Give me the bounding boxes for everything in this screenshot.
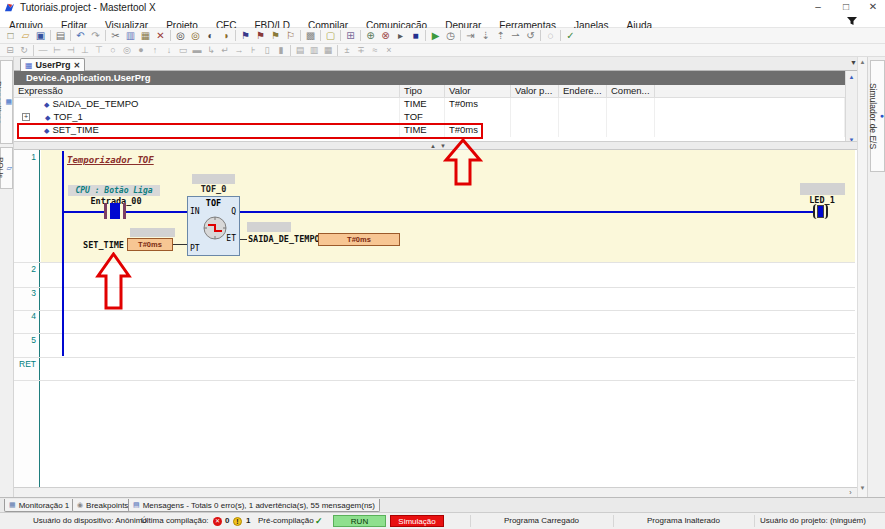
ld-view1-button[interactable]: ▤ <box>293 44 307 56</box>
column-valor[interactable]: Valor <box>445 85 511 97</box>
rung-number[interactable]: 5 <box>14 335 36 345</box>
declaration-scrollbar[interactable]: ▲ ▼ <box>845 71 857 147</box>
tab-monitoracao[interactable]: ▦ Monitoração 1 <box>4 499 74 512</box>
scroll-up-icon[interactable]: ▲ <box>858 59 867 65</box>
replace-button[interactable]: ◐ <box>203 29 218 43</box>
tof-function-block[interactable]: TOF IN Q ET PT <box>187 196 240 256</box>
sidebar-tab-simulador[interactable]: ● Simulador de E/S <box>870 60 885 172</box>
return-label[interactable]: RET <box>14 359 36 369</box>
close-button[interactable]: ✕ <box>861 0 885 15</box>
bookmark-button[interactable]: ⚑ <box>238 29 253 43</box>
scroll-up-icon[interactable]: ▲ <box>846 72 857 82</box>
ld-negated-contact-button[interactable]: ⊣ <box>64 44 78 56</box>
toggle-breakpoint-button[interactable]: ◌ <box>543 29 558 43</box>
et-output-variable[interactable]: SAIDA_DE_TEMPO <box>248 234 320 244</box>
step-out-button[interactable]: ⇡ <box>493 29 508 43</box>
copy-network-button[interactable]: ▩ <box>303 29 318 43</box>
horizontal-scrollbar[interactable]: › <box>14 487 857 497</box>
ld-opt2-button[interactable]: ∓ <box>354 44 368 56</box>
ld-parallel-contact-button[interactable]: ⊥ <box>78 44 92 56</box>
tab-mensagens[interactable]: ▤ Mensagens - Totais 0 erro(s), 1 advert… <box>128 499 380 512</box>
scroll-right-icon[interactable]: › <box>845 488 856 497</box>
column-tipo[interactable]: Tipo <box>400 85 445 97</box>
block-instance-label[interactable]: TOF_0 <box>187 184 240 194</box>
more-button[interactable]: ▸ <box>393 29 408 43</box>
scroll-down-icon[interactable]: ▼ <box>858 485 867 491</box>
step-into-button[interactable]: ⇣ <box>478 29 493 43</box>
ld-coil-button[interactable]: ○ <box>106 44 120 56</box>
tab-close-icon[interactable]: ✕ <box>74 61 81 70</box>
ld-block-button[interactable]: ▭ <box>176 44 190 56</box>
ld-comment-button[interactable]: ↻ <box>17 44 31 56</box>
ld-box-filled-button[interactable]: ▮ <box>274 44 288 56</box>
find-next-button[interactable]: ◎ <box>188 29 203 43</box>
ld-parallel-negated-button[interactable]: ⊤ <box>92 44 106 56</box>
rung-number[interactable]: 1 <box>14 152 36 162</box>
stop-button[interactable]: ■ <box>408 29 423 43</box>
delete-button[interactable]: ✕ <box>153 29 168 43</box>
step-over-button[interactable]: ⇥ <box>463 29 478 43</box>
new-file-button[interactable]: □ <box>3 29 18 43</box>
copy-button[interactable]: ▥ <box>123 29 138 43</box>
find-button[interactable]: ◎ <box>173 29 188 43</box>
runtime-clock-button[interactable]: ◷ <box>443 29 458 43</box>
print-button[interactable]: ▤ <box>53 29 68 43</box>
cut-button[interactable]: ✂ <box>108 29 123 43</box>
pt-input-variable[interactable]: SET_TIME <box>70 240 124 250</box>
rung-number[interactable]: 3 <box>14 288 36 298</box>
table-row[interactable]: ◆SAIDA_DE_TEMPO TIME T#0ms <box>14 98 845 111</box>
build-button[interactable]: ⊞ <box>343 29 358 43</box>
edit-object-button[interactable]: ▢ <box>323 29 338 43</box>
column-comentario[interactable]: Comen... <box>607 85 655 97</box>
filter-icon[interactable] <box>846 16 858 26</box>
ld-falling-edge-button[interactable]: ↓ <box>162 44 176 56</box>
ld-wire-button[interactable]: — <box>36 44 50 56</box>
paste-button[interactable]: ▦ <box>138 29 153 43</box>
column-expressao[interactable]: Expressão <box>14 85 400 97</box>
replace-next-button[interactable]: ◑ <box>218 29 233 43</box>
login-button[interactable]: ▶ <box>428 29 443 43</box>
contact-entrada-00[interactable] <box>104 203 126 219</box>
ld-box-button[interactable]: ▯ <box>260 44 274 56</box>
column-valor-preparado[interactable]: Valor p... <box>511 85 559 97</box>
ld-set-coil-button[interactable]: ◎ <box>120 44 134 56</box>
undo-button[interactable]: ↶ <box>73 29 88 43</box>
ld-reset-coil-button[interactable]: ● <box>134 44 148 56</box>
sidebar-tab-pous[interactable]: ▱ POUs <box>0 147 13 189</box>
tab-breakpoints[interactable]: ◉ Breakpoints <box>72 499 133 512</box>
prev-bookmark-button[interactable]: ⚑ <box>268 29 283 43</box>
ld-view3-button[interactable]: ▦ <box>321 44 335 56</box>
rung-number[interactable]: 4 <box>14 311 36 321</box>
rung-number[interactable]: 2 <box>14 264 36 274</box>
clean-all-button[interactable]: ⊗ <box>378 29 393 43</box>
ld-jump-button[interactable]: ↳ <box>204 44 218 56</box>
clear-bookmarks-button[interactable]: ⚐ <box>283 29 298 43</box>
ld-return-button[interactable]: ↵ <box>218 44 232 56</box>
redo-button[interactable]: ↷ <box>88 29 103 43</box>
column-endereco[interactable]: Endere... <box>559 85 607 97</box>
save-project-button[interactable]: ▣ <box>33 29 48 43</box>
reset-button[interactable]: ↺ <box>523 29 538 43</box>
ld-view2-button[interactable]: ▥ <box>307 44 321 56</box>
expand-icon[interactable]: + <box>22 113 30 121</box>
network-comment[interactable]: Temporizador TOF <box>67 155 154 165</box>
ld-input-button[interactable]: → <box>232 44 246 56</box>
ld-contact-button[interactable]: ⊢ <box>50 44 64 56</box>
vertical-scrollbar[interactable]: ▲ ▼ <box>857 57 867 497</box>
tab-userprg[interactable]: ▦ UserPrg ✕ <box>20 58 85 71</box>
ld-opt1-button[interactable]: ± <box>340 44 354 56</box>
maximize-button[interactable]: □ <box>834 0 858 15</box>
splitter-collapse-up-icon[interactable]: ▲ <box>430 143 436 149</box>
ld-network-button[interactable]: ⊟ <box>3 44 17 56</box>
coil-led-1[interactable] <box>813 204 830 219</box>
declaration-splitter[interactable]: ▲ ▼ <box>14 141 857 150</box>
tab-list-dropdown-icon[interactable]: ▼ <box>850 59 857 66</box>
run-to-cursor-button[interactable]: ⇀ <box>508 29 523 43</box>
sidebar-tab-dispositivos[interactable]: ▦ Dispositivos <box>0 60 13 144</box>
ld-rising-edge-button[interactable]: ↑ <box>148 44 162 56</box>
ld-block-en-button[interactable]: ▬ <box>190 44 204 56</box>
ld-branch-button[interactable]: ⊦ <box>246 44 260 56</box>
minimize-button[interactable]: – <box>806 0 830 15</box>
ld-opt4-button[interactable]: × <box>382 44 396 56</box>
open-project-button[interactable]: ▱ <box>18 29 33 43</box>
